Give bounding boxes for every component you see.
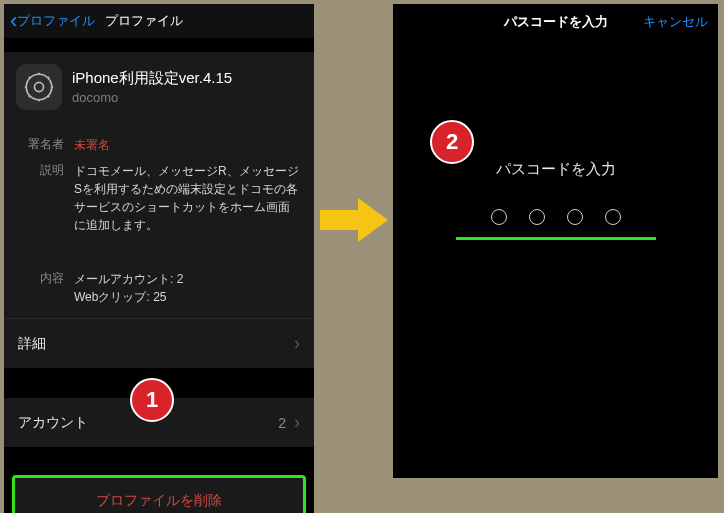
back-button[interactable]: ‹ プロファイル <box>10 10 95 32</box>
desc-value: ドコモメール、メッセージR、メッセージSを利用するための端末設定とドコモの各サー… <box>74 162 300 234</box>
chevron-left-icon: ‹ <box>10 10 17 32</box>
account-count: 2 <box>278 415 286 431</box>
nav-bar: ‹ プロファイル プロファイル <box>4 4 314 38</box>
profile-org: docomo <box>72 90 232 105</box>
passcode-entry: パスコードを入力 <box>393 160 718 240</box>
content-line-1: メールアカウント: 2 <box>74 270 183 288</box>
delete-section: プロファイルを削除 <box>4 467 314 513</box>
nav-title: パスコードを入力 <box>504 13 608 31</box>
profile-title: iPhone利用設定ver.4.15 <box>72 69 232 88</box>
svg-marker-2 <box>320 198 388 242</box>
badge-number: 1 <box>146 387 158 413</box>
content-values: メールアカウント: 2 Webクリップ: 25 <box>74 270 183 306</box>
nav-title: プロファイル <box>105 12 183 30</box>
passcode-prompt: パスコードを入力 <box>393 160 718 179</box>
passcode-dot <box>605 209 621 225</box>
passcode-dot <box>567 209 583 225</box>
step-badge-1: 1 <box>130 378 174 422</box>
badge-number: 2 <box>446 129 458 155</box>
content-line-2: Webクリップ: 25 <box>74 288 183 306</box>
profile-header: iPhone利用設定ver.4.15 docomo <box>4 52 314 122</box>
delete-label: プロファイルを削除 <box>96 492 222 508</box>
chevron-right-icon: › <box>294 412 300 433</box>
passcode-dot <box>529 209 545 225</box>
signer-value: 未署名 <box>74 136 110 154</box>
account-label: アカウント <box>18 414 88 432</box>
back-label: プロファイル <box>17 12 95 30</box>
profile-meta: 署名者 未署名 説明 ドコモメール、メッセージR、メッセージSを利用するための端… <box>4 122 314 318</box>
passcode-dots[interactable] <box>393 209 718 225</box>
passcode-dot <box>491 209 507 225</box>
signer-label: 署名者 <box>18 136 64 154</box>
delete-profile-button[interactable]: プロファイルを削除 <box>12 475 306 513</box>
svg-point-0 <box>26 74 52 100</box>
highlight-underline <box>456 237 656 240</box>
arrow-right-icon <box>320 195 390 245</box>
cancel-button[interactable]: キャンセル <box>643 13 708 31</box>
desc-label: 説明 <box>18 162 64 234</box>
content-label: 内容 <box>18 270 64 306</box>
step-badge-2: 2 <box>430 120 474 164</box>
chevron-right-icon: › <box>294 333 300 354</box>
detail-row[interactable]: 詳細 › <box>4 318 314 368</box>
phone-screen-profile: ‹ プロファイル プロファイル iPhone利用設定ver.4.15 docom… <box>4 4 314 510</box>
settings-gear-icon <box>16 64 62 110</box>
nav-bar: パスコードを入力 キャンセル <box>393 4 718 40</box>
svg-point-1 <box>34 82 43 91</box>
detail-label: 詳細 <box>18 335 46 353</box>
phone-screen-passcode: パスコードを入力 キャンセル パスコードを入力 <box>393 4 718 478</box>
